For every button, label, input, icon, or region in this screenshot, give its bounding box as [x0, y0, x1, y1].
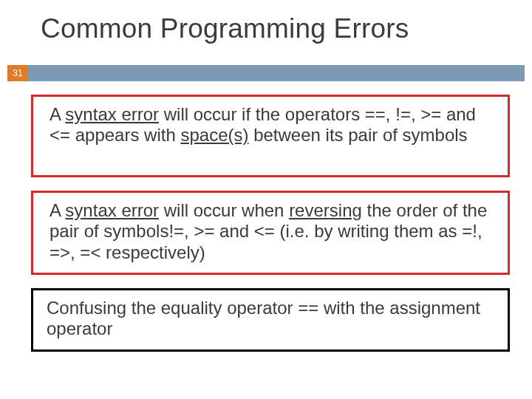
text: will occur when	[159, 200, 289, 220]
error-box-2: A syntax error will occur when reversing…	[31, 191, 510, 275]
slide: Common Programming Errors 31 A syntax er…	[0, 0, 532, 399]
underline-syntax-error: syntax error	[65, 200, 159, 220]
text: A	[50, 200, 65, 220]
underline-spaces: space(s)	[180, 125, 248, 145]
underline-syntax-error: syntax error	[65, 104, 159, 124]
underline-reversing: reversing	[289, 200, 362, 220]
slide-number: 31	[7, 65, 28, 81]
slide-number-bar: 31	[7, 65, 525, 81]
slide-title: Common Programming Errors	[41, 13, 409, 44]
error-box-3: Confusing the equality operator == with …	[31, 288, 510, 352]
error-box-1: A syntax error will occur if the operato…	[31, 95, 510, 177]
text: between its pair of symbols	[248, 125, 467, 145]
text: Confusing the equality operator == with …	[47, 298, 480, 338]
text: A	[50, 104, 65, 124]
accent-bar	[28, 65, 525, 81]
